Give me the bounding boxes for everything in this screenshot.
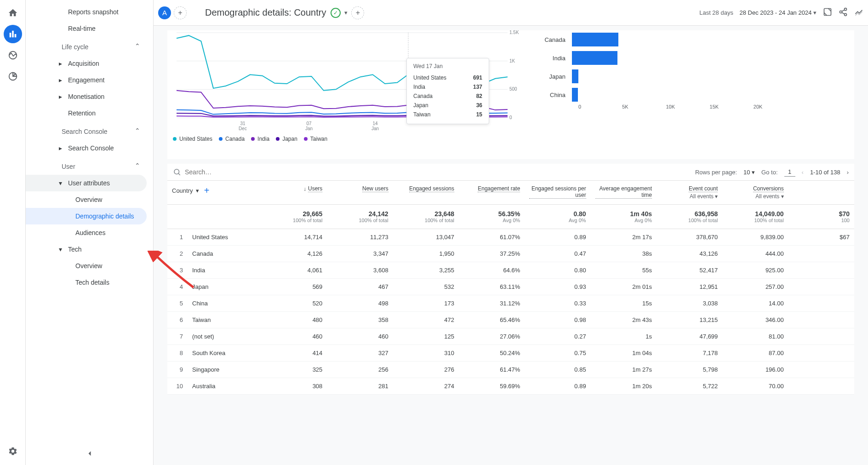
legend-item[interactable]: India [251, 136, 269, 142]
sidebar-overview-ua[interactable]: Overview [26, 191, 153, 208]
table-cell: 358 [327, 312, 393, 328]
svg-line-8 [842, 12, 845, 14]
sidebar-audiences[interactable]: Audiences [26, 224, 153, 241]
table-cell: 0.47 [525, 246, 590, 262]
table-row-name[interactable]: (not set) [188, 328, 261, 345]
column-header[interactable] [788, 181, 854, 205]
gear-icon[interactable] [4, 442, 22, 460]
table-cell: 1,950 [393, 246, 459, 262]
table-cell [788, 312, 854, 328]
caret-icon: ▸ [59, 76, 62, 84]
legend-item[interactable]: Taiwan [304, 136, 327, 142]
sidebar-monetisation[interactable]: ▸Monetisation [26, 88, 153, 105]
column-header[interactable]: New users [327, 181, 393, 205]
add-comparison-button[interactable]: + [174, 6, 187, 19]
sidebar-retention[interactable]: Retention [26, 105, 153, 121]
table-row-name[interactable]: Canada [188, 246, 261, 262]
insights-icon[interactable] [854, 7, 863, 18]
table-cell: 65.46% [459, 312, 525, 328]
caret-down-icon: ▾ [59, 179, 62, 187]
sidebar-realtime[interactable]: Real-time [26, 20, 153, 37]
table-row-name[interactable]: South Korea [188, 345, 261, 362]
legend-item[interactable]: Japan [276, 136, 297, 142]
table-cell: 256 [327, 362, 393, 378]
rows-per-page-select[interactable]: 10 ▾ [743, 169, 755, 176]
section-label: User [62, 163, 75, 170]
rows-per-page-label: Rows per page: [695, 169, 737, 176]
sidebar-search-console[interactable]: ▸Search Console [26, 140, 153, 156]
bar-row: Canada [531, 30, 797, 49]
advertising-icon[interactable] [4, 67, 22, 86]
sidebar-overview-tech[interactable]: Overview [26, 258, 153, 274]
table-row-name[interactable]: United States [188, 229, 261, 246]
add-button[interactable]: + [351, 6, 364, 19]
row-index: 1 [167, 229, 188, 246]
sidebar-demographic-details[interactable]: Demographic details [26, 208, 147, 224]
legend-item[interactable]: Canada [219, 136, 245, 142]
table-cell: $67 [788, 229, 854, 246]
legend-item[interactable]: United States [173, 136, 212, 142]
page-header: A + Demographic details: Country ✓ ▾ + L… [154, 0, 868, 26]
sidebar-tech[interactable]: ▾Tech [26, 241, 153, 258]
avatar[interactable]: A [158, 6, 171, 19]
table-cell: 1m 27s [591, 362, 657, 378]
next-page-button[interactable]: › [847, 169, 849, 176]
table-cell: 81.00 [722, 328, 788, 345]
table-row-name[interactable]: China [188, 295, 261, 312]
table-row-name[interactable]: Taiwan [188, 312, 261, 328]
sidebar-user-attributes[interactable]: ▾User attributes [26, 175, 147, 191]
column-header[interactable]: Engaged sessions [393, 181, 459, 205]
table-cell: 480 [261, 312, 327, 328]
sidebar-reports-snapshot[interactable]: Reports snapshot [26, 4, 153, 20]
table-cell: 3,038 [657, 295, 722, 312]
reports-icon[interactable] [4, 25, 22, 43]
table-row-name[interactable]: Singapore [188, 362, 261, 378]
tooltip-row: United States691 [413, 73, 482, 82]
svg-point-6 [845, 13, 847, 16]
dimension-picker[interactable]: Country▾+ [172, 185, 212, 195]
check-icon[interactable]: ✓ [331, 8, 341, 18]
customize-report-icon[interactable] [823, 7, 832, 18]
row-index: 5 [167, 295, 188, 312]
sidebar-section-user[interactable]: User ⌃ [26, 156, 153, 175]
line-chart[interactable]: 1.5K1K500031Dec07Jan14Jan Wed 17 Jan Uni… [167, 30, 521, 159]
column-header[interactable]: Engaged sessions per user [525, 181, 590, 205]
column-header[interactable]: Average engagement time [591, 181, 657, 205]
sidebar-engagement[interactable]: ▸Engagement [26, 72, 153, 88]
title-dropdown-icon[interactable]: ▾ [343, 8, 349, 17]
sidebar-acquisition[interactable]: ▸Acquisition [26, 55, 153, 72]
table-cell: 38s [591, 246, 657, 262]
explore-icon[interactable] [4, 46, 22, 64]
prev-page-button[interactable]: ‹ [802, 169, 804, 176]
table-row-name[interactable]: Australia [188, 378, 261, 395]
goto-input[interactable]: 1 [784, 167, 795, 177]
table-row-name[interactable]: Japan [188, 279, 261, 295]
bar-chart[interactable]: CanadaIndiaJapanChina 05K10K15K20K [531, 30, 797, 150]
home-icon[interactable] [4, 4, 22, 22]
tooltip-row: Japan36 [413, 101, 482, 110]
sidebar-section-search-console[interactable]: Search Console ⌃ [26, 121, 153, 140]
table-cell: 12,951 [657, 279, 722, 295]
column-header[interactable]: ↓Users [261, 181, 327, 205]
table-cell: 308 [261, 378, 327, 395]
table-cell: 31.12% [459, 295, 525, 312]
share-icon[interactable] [839, 7, 848, 18]
table-cell: 37.25% [459, 246, 525, 262]
metric-filter[interactable]: All events ▾ [690, 193, 718, 200]
table-cell: 378,670 [657, 229, 722, 246]
sidebar-section-lifecycle[interactable]: Life cycle ⌃ [26, 37, 153, 55]
column-header[interactable]: Engagement rate [459, 181, 525, 205]
add-dimension-button[interactable]: + [202, 185, 212, 195]
svg-text:31: 31 [240, 121, 246, 126]
table-cell: 2m 43s [591, 312, 657, 328]
table-cell: 460 [261, 328, 327, 345]
sidebar-tech-details[interactable]: Tech details [26, 274, 153, 291]
metric-filter[interactable]: All events ▾ [755, 193, 783, 200]
column-header[interactable]: ConversionsAll events ▾ [722, 181, 788, 205]
goto-label: Go to: [761, 169, 777, 176]
column-header[interactable]: Event countAll events ▾ [657, 181, 722, 205]
date-range-picker[interactable]: Last 28 days 28 Dec 2023 - 24 Jan 2024 ▾ [699, 9, 817, 16]
table-row-name[interactable]: India [188, 262, 261, 279]
collapse-sidebar-icon[interactable] [85, 449, 94, 459]
search-input[interactable] [173, 168, 695, 176]
